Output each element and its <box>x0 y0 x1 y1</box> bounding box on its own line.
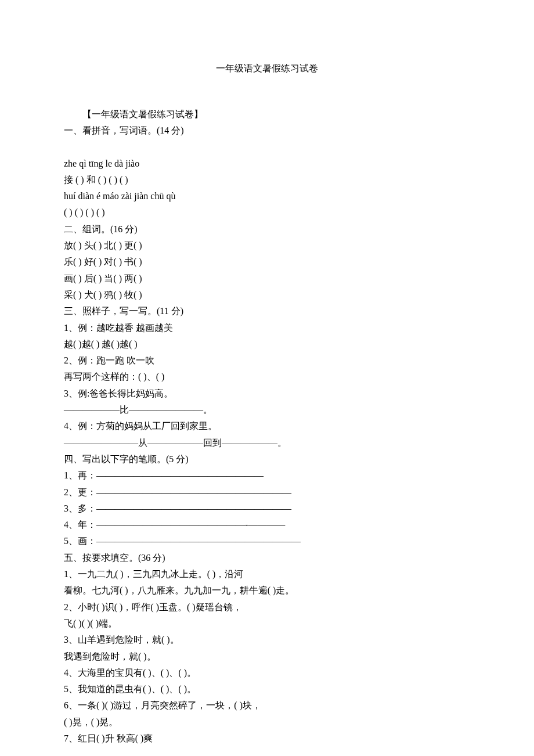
text-line: 乐( ) 好( ) 对( ) 书( ) <box>64 254 470 270</box>
text-line: 采( ) 犬( ) 鸦( ) 牧( ) <box>64 287 470 303</box>
text-line: 四、写出以下字的笔顺。(5 分) <box>64 451 470 467</box>
text-line <box>64 139 470 156</box>
text-line: 4、例：方菊的妈妈从工厂回到家里。 <box>64 418 470 434</box>
text-line: 五、按要求填空。(36 分) <box>64 550 470 566</box>
text-line: 二、组词。(16 分) <box>64 221 470 237</box>
text-line: 2、小时( )识( )，呼作( )玉盘。( )疑瑶台镜， <box>64 599 470 615</box>
text-line: 7、红日( )升 秋高( )爽 <box>64 730 470 747</box>
text-line: 3、例:爸爸长得比妈妈高。 <box>64 386 470 402</box>
text-line: 越( )越( ) 越( )越( ) <box>64 336 470 352</box>
text-line: 再写两个这样的：( )、( ) <box>64 369 470 385</box>
text-line: ————————从——————回到——————。 <box>64 435 470 451</box>
text-line: ——————比————————。 <box>64 402 470 418</box>
text-line: 4、年：————————————————-———— <box>64 517 470 533</box>
text-line: 接 ( ) 和 ( ) ( ) ( ) <box>64 172 470 188</box>
text-line: 【一年级语文暑假练习试卷】 <box>64 106 470 123</box>
document-body: 【一年级语文暑假练习试卷】一、看拼音，写词语。(14 分)zhe qì tīng… <box>64 106 470 747</box>
text-line: 3、多：————————————————————— <box>64 501 470 517</box>
text-line: zhe qì tīng le dà jiào <box>64 156 470 172</box>
text-line: 看柳。七九河( )，八九雁来。九九加一九，耕牛遍( )走。 <box>64 582 470 599</box>
text-line: 3、山羊遇到危险时，就( )。 <box>64 632 470 648</box>
text-line: 2、更：————————————————————— <box>64 484 470 501</box>
text-line: ( )晃，( )晃。 <box>64 714 470 730</box>
text-line: 一、看拼音，写词语。(14 分) <box>64 123 470 139</box>
text-line: huí diàn é máo zài jiàn chū qù <box>64 188 470 204</box>
text-line: 放( ) 头( ) 北( ) 更( ) <box>64 237 470 254</box>
text-line: ( ) ( ) ( ) ( ) <box>64 204 470 221</box>
text-line: 三、照样子，写一写。(11 分) <box>64 303 470 319</box>
text-line: 我遇到危险时，就( )。 <box>64 649 470 665</box>
text-line: 飞( )( )( )端。 <box>64 615 470 632</box>
text-line: 1、例：越吃越香 越画越美 <box>64 320 470 336</box>
text-line: 4、大海里的宝贝有( )、( )、( )。 <box>64 665 470 681</box>
text-line: 1、一九二九( )，三九四九冰上走。( )，沿河 <box>64 566 470 582</box>
document-title: 一年级语文暑假练习试卷 <box>64 63 470 75</box>
text-line: 5、画：—————————————————————— <box>64 533 470 549</box>
text-line: 画( ) 后( ) 当( ) 两( ) <box>64 271 470 287</box>
text-line: 6、一条( )( )游过，月亮突然碎了，一块，( )块， <box>64 697 470 714</box>
text-line: 2、例：跑一跑 吹一吹 <box>64 352 470 369</box>
text-line: 1、再：—————————————————— <box>64 467 470 484</box>
text-line: 5、我知道的昆虫有( )、( )、( )。 <box>64 681 470 697</box>
